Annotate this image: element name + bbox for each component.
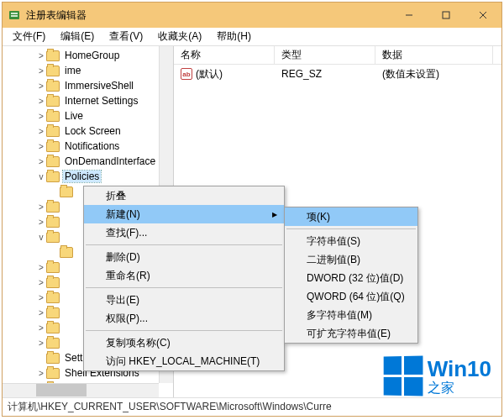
menu-item[interactable]: 复制项名称(C) <box>84 333 284 352</box>
tree-item-label: OnDemandInterface <box>63 155 157 167</box>
folder-icon <box>46 50 60 61</box>
folder-icon <box>46 171 60 182</box>
folder-icon <box>46 217 60 228</box>
expander-icon[interactable]: > <box>36 66 46 76</box>
expander-icon[interactable]: > <box>36 142 46 151</box>
tree-item-label: HomeGroup <box>63 50 121 61</box>
tree-item-label: ImmersiveShell <box>63 80 135 92</box>
folder-icon <box>46 368 60 379</box>
folder-icon <box>46 111 60 122</box>
menu-item[interactable]: 二进制值(B) <box>285 250 417 269</box>
folder-icon <box>46 307 60 318</box>
tree-item[interactable]: >Live <box>3 108 173 123</box>
tree-item[interactable]: >Internet Settings <box>3 93 173 108</box>
expander-icon[interactable]: > <box>36 127 46 136</box>
menu-item[interactable]: 多字符串值(M) <box>285 306 417 324</box>
expander-icon[interactable]: > <box>36 81 46 91</box>
expander-icon[interactable]: > <box>36 51 46 60</box>
menu-file[interactable]: 文件(F) <box>6 28 52 45</box>
folder-icon <box>46 141 60 152</box>
folder-icon <box>46 126 60 137</box>
svg-rect-1 <box>11 13 18 14</box>
expander-icon[interactable]: v <box>36 233 46 242</box>
tree-item[interactable]: >Lock Screen <box>3 123 173 139</box>
expander-icon[interactable]: > <box>36 339 46 348</box>
menu-item[interactable]: QWORD (64 位)值(Q) <box>285 287 417 306</box>
menu-separator <box>86 330 282 331</box>
folder-icon <box>46 81 60 92</box>
menu-separator <box>86 244 282 245</box>
col-type[interactable]: 类型 <box>275 46 375 64</box>
folder-icon <box>46 202 60 213</box>
expander-icon[interactable]: > <box>36 97 46 106</box>
menu-item[interactable]: 导出(E) <box>84 291 284 309</box>
minimize-button[interactable] <box>391 3 428 28</box>
folder-icon <box>46 277 60 288</box>
menu-item[interactable]: 折叠 <box>84 186 284 205</box>
expander-icon[interactable]: > <box>36 202 46 212</box>
folder-icon <box>46 353 60 364</box>
list-row[interactable]: ab (默认) REG_SZ (数值未设置) <box>174 66 501 81</box>
menu-item[interactable]: 查找(F)... <box>84 223 284 242</box>
expander-icon[interactable]: > <box>36 263 46 272</box>
expander-icon[interactable]: > <box>36 157 46 166</box>
folder-icon <box>60 247 73 258</box>
menu-item[interactable]: 删除(D) <box>84 248 284 266</box>
scrollbar-thumb[interactable] <box>36 384 87 396</box>
expander-icon[interactable]: > <box>36 323 46 333</box>
tree-item[interactable]: >ImmersiveShell <box>3 78 173 93</box>
list-body[interactable]: ab (默认) REG_SZ (数值未设置) <box>174 65 501 83</box>
value-type: REG_SZ <box>275 68 375 80</box>
registry-editor-window: 注册表编辑器 文件(F) 编辑(E) 查看(V) 收藏夹(A) 帮助(H) >H… <box>2 2 502 417</box>
expander-icon[interactable]: v <box>36 172 46 181</box>
menu-edit[interactable]: 编辑(E) <box>54 28 101 45</box>
expander-icon[interactable]: > <box>36 369 46 378</box>
tree-item-label: Internet Settings <box>63 95 139 107</box>
folder-icon <box>46 262 60 273</box>
menu-item[interactable]: 权限(P)... <box>84 309 284 328</box>
tree-item-label: Lock Screen <box>63 125 123 137</box>
tree-item[interactable]: >OnDemandInterface <box>3 154 173 169</box>
expander-icon[interactable]: > <box>36 308 46 318</box>
titlebar[interactable]: 注册表编辑器 <box>3 3 501 28</box>
menu-item[interactable]: 可扩充字符串值(E) <box>285 324 417 343</box>
tree-item[interactable]: vPolicies <box>3 169 173 184</box>
value-name: (默认) <box>196 67 223 81</box>
tree-item[interactable]: >HomeGroup <box>3 48 173 63</box>
col-data[interactable]: 数据 <box>375 46 493 64</box>
expander-icon[interactable]: > <box>36 112 46 121</box>
value-data: (数值未设置) <box>375 67 446 81</box>
menu-item[interactable]: 访问 HKEY_LOCAL_MACHINE(T) <box>84 352 284 370</box>
watermark: Win10 之家 <box>383 356 491 396</box>
tree-scrollbar-horizontal[interactable] <box>3 383 159 397</box>
menu-item[interactable]: DWORD (32 位)值(D) <box>285 269 417 287</box>
tree-item[interactable]: >ime <box>3 63 173 78</box>
folder-icon <box>60 186 73 197</box>
menu-item[interactable]: 新建(N) <box>84 205 284 223</box>
context-submenu-new[interactable]: 项(K)字符串值(S)二进制值(B)DWORD (32 位)值(D)QWORD … <box>284 207 418 344</box>
maximize-button[interactable] <box>428 3 465 28</box>
menu-separator <box>86 287 282 288</box>
menu-item[interactable]: 项(K) <box>285 207 417 226</box>
menu-item[interactable]: 字符串值(S) <box>285 232 417 250</box>
menu-view[interactable]: 查看(V) <box>102 28 150 45</box>
expander-icon[interactable]: > <box>36 218 46 227</box>
statusbar: 计算机\HKEY_CURRENT_USER\SOFTWARE\Microsoft… <box>3 397 501 416</box>
menu-help[interactable]: 帮助(H) <box>210 28 258 45</box>
menu-separator <box>286 228 416 229</box>
folder-icon <box>46 96 60 107</box>
context-menu[interactable]: 折叠新建(N)查找(F)...删除(D)重命名(R)导出(E)权限(P)...复… <box>83 186 285 371</box>
expander-icon[interactable]: > <box>36 293 46 302</box>
expander-icon[interactable]: > <box>36 278 46 287</box>
col-name[interactable]: 名称 <box>174 46 275 64</box>
menu-favorites[interactable]: 收藏夹(A) <box>151 28 208 45</box>
app-icon <box>8 8 21 22</box>
svg-rect-2 <box>11 15 18 17</box>
list-header: 名称 类型 数据 <box>174 46 501 65</box>
tree-item-label: Live <box>63 110 85 122</box>
tree-item[interactable]: >Notifications <box>3 139 173 154</box>
folder-icon <box>46 232 60 243</box>
close-button[interactable] <box>465 3 501 28</box>
menu-item[interactable]: 重命名(R) <box>84 266 284 285</box>
watermark-text: Win10 之家 <box>428 358 491 395</box>
